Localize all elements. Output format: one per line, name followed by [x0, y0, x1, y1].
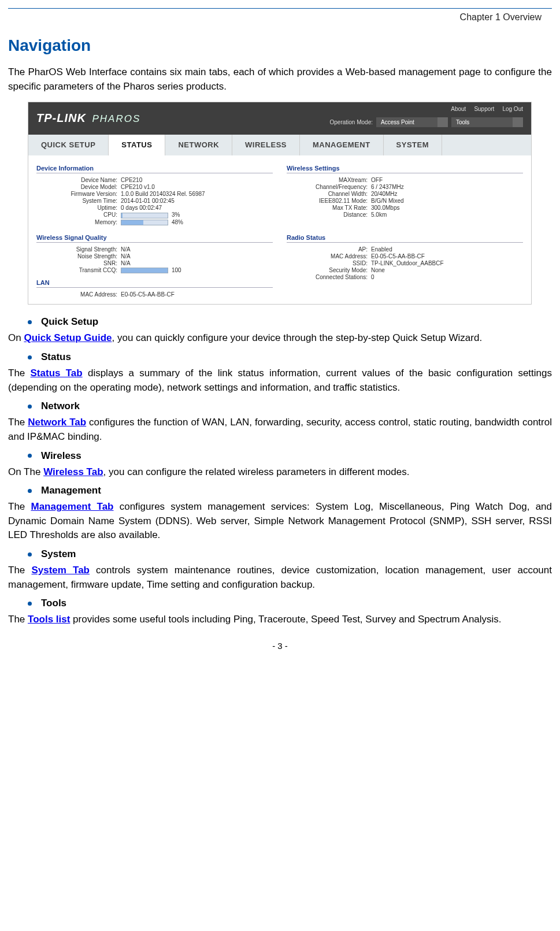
chapter-header: Chapter 1 Overview [8, 9, 552, 28]
wireless-heading: Wireless [41, 450, 81, 461]
screenshot: TP-LINK PHAROS AboutSupportLog Out Opera… [28, 102, 532, 305]
management-heading: Management [41, 485, 101, 496]
opmode-select[interactable]: Access Point [376, 117, 448, 127]
bullet-icon [28, 602, 32, 606]
bullet-icon [28, 489, 32, 493]
logout-link[interactable]: Log Out [502, 106, 523, 112]
network-heading: Network [41, 400, 80, 411]
quick-setup-desc: On Quick Setup Guide, you can quickly co… [8, 331, 552, 346]
radio-status-title: Radio Status [287, 234, 523, 243]
signal-quality-title: Wireless Signal Quality [36, 234, 273, 243]
tools-select[interactable]: Tools [451, 117, 523, 127]
opmode-label: Operation Mode: [330, 119, 373, 125]
tab-network[interactable]: NETWORK [165, 135, 232, 155]
tools-heading: Tools [41, 598, 66, 609]
system-desc: The System Tab controls system maintenan… [8, 563, 552, 592]
page-title: Navigation [8, 36, 552, 55]
quick-setup-heading: Quick Setup [41, 316, 98, 327]
top-links: AboutSupportLog Out [443, 106, 523, 112]
page-number: - 3 - [8, 641, 552, 651]
logo: TP-LINK PHAROS [36, 112, 140, 125]
wireless-desc: On The Wireless Tab, you can configure t… [8, 465, 552, 480]
tab-status[interactable]: STATUS [109, 135, 165, 155]
wireless-link[interactable]: Wireless Tab [43, 466, 103, 477]
about-link[interactable]: About [451, 106, 466, 112]
tab-system[interactable]: SYSTEM [384, 135, 442, 155]
bullet-icon [28, 355, 32, 359]
bullet-icon [28, 552, 32, 557]
tools-desc: The Tools list provides some useful tool… [8, 613, 552, 627]
bullet-icon [28, 454, 32, 458]
bullet-icon [28, 405, 32, 409]
wireless-settings-title: Wireless Settings [287, 165, 523, 173]
support-link[interactable]: Support [474, 106, 494, 112]
device-info-title: Device Information [36, 165, 273, 173]
system-heading: System [41, 548, 76, 559]
system-link[interactable]: System Tab [31, 565, 90, 576]
management-link[interactable]: Management Tab [31, 501, 113, 512]
quick-setup-link[interactable]: Quick Setup Guide [24, 332, 112, 343]
tab-quick-setup[interactable]: QUICK SETUP [28, 135, 109, 155]
tools-link[interactable]: Tools list [28, 614, 70, 625]
status-link[interactable]: Status Tab [31, 368, 83, 379]
management-desc: The Management Tab configures system man… [8, 500, 552, 543]
network-link[interactable]: Network Tab [28, 417, 86, 428]
network-desc: The Network Tab configures the function … [8, 416, 552, 444]
tab-wireless[interactable]: WIRELESS [232, 135, 300, 155]
lan-title: LAN [36, 279, 273, 288]
intro-text: The PharOS Web Interface contains six ma… [8, 65, 552, 94]
status-heading: Status [41, 351, 71, 362]
bullet-icon [28, 320, 32, 324]
status-desc: The Status Tab displays a summary of the… [8, 366, 552, 395]
tab-management[interactable]: MANAGEMENT [300, 135, 384, 155]
